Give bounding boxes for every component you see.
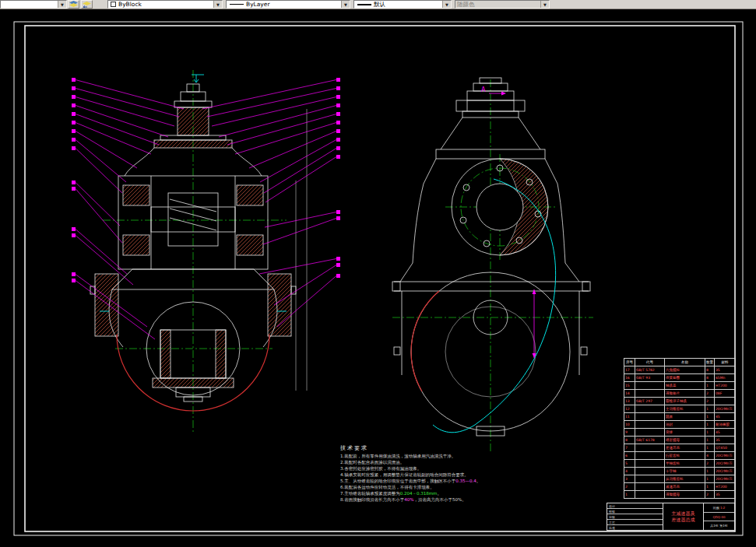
bearing-bore-circle [476,184,523,230]
plotstyle-dropdown: 随颜色 ▼ [455,0,550,9]
right-view: A [392,78,593,453]
tech-item: 7.主动锥齿轮轴承预紧度调整为0.204－0.318mm。 [340,490,540,496]
signature-row: 批准 [607,525,663,530]
color-dropdown[interactable]: ByBlock ▼ [107,0,223,9]
parts-list-header: 序号代号名称数量材料 [624,359,736,366]
parts-list-row: 11隔套145 [624,413,736,421]
chevron-down-icon[interactable]: ▼ [442,1,451,8]
cad-application: { "toolbar": { "layer_value": "", "color… [0,0,756,547]
housing-outline [392,78,590,436]
tech-item: 4.轴承安装时应预紧，用调整垫片保证齿轮副的啮合间隙符合要求。 [340,472,540,478]
lineweight-dropdown-value: 默认 [374,1,385,9]
tech-item: 2.装配时各配合表面涂以润滑油。 [340,459,540,465]
parts-list-row: 17GB/T 5782六角螺栓835 [624,366,736,374]
parts-list-row: 13GB/T 297圆锥滚子轴承2 [624,398,736,405]
parts-list-header-cell: 名称 [665,359,705,366]
tech-item: 5.主、从动锥齿轮的啮合印痕应位于齿面中部，接触区不小于0.35—0.4。 [340,478,540,484]
chevron-down-icon: ▼ [540,1,549,8]
parts-list-row: 8GB/T 6178槽形螺母135 [624,437,736,444]
parts-list-row: 2减速器壳1HT200 [624,483,736,491]
lineweight-sample-icon [357,4,371,5]
signature-row: 设计 [607,503,663,509]
parts-list-header-cell: 代号 [635,359,665,366]
scale-cell: 比例 1:2 [704,503,734,513]
parts-list-row: 9突缘145 [624,429,736,437]
parts-list-table: 序号代号名称数量材料 17GB/T 5782六角螺栓83516GB/T 93弹簧… [624,358,736,499]
linetype-dropdown-value: ByLayer [246,1,270,8]
rim-red-arc [411,291,439,391]
parts-list-header-cell: 材料 [715,359,736,366]
lineweight-dropdown[interactable]: 默认 ▼ [353,0,452,9]
tech-item: 3.各密封处应涂密封胶，不得有漏油现象。 [340,465,540,472]
parts-list-row: 16GB/T 93弹簧垫圈865Mn [624,374,736,382]
parts-list-row: 5半轴齿轮220CrMnTi [624,460,736,468]
chevron-down-icon[interactable]: ▼ [213,1,222,8]
signature-row: 工艺 [607,520,663,525]
left-view-section [72,70,340,434]
linetype-dropdown[interactable]: ByLayer ▼ [226,0,350,9]
chevron-down-icon[interactable]: ▼ [341,1,350,8]
parts-list-row: 7差速器壳1QT450 [624,444,736,452]
layers-icon [69,1,78,8]
parts-list-row: 3从动锥齿轮120CrMnTi [624,475,736,483]
sheet-cell: 共1张 第1张 [704,521,734,530]
title-block: 设计校核审核工艺批准 主减速器及 差速器总成 比例 1:2 QDQ-00 共1张… [607,503,735,531]
parts-list-row: 12主动锥齿轮120CrMnTi [624,405,736,413]
title-block-part-name: 主减速器及 差速器总成 [663,503,704,530]
signature-row: 校核 [607,509,663,514]
parts-list-row: 15轴承盖1HT200 [624,382,736,390]
technical-requirements: 技术要求 1.装配前，所有零件用煤油清洗，滚动轴承用汽油清洗干净。 2.装配时各… [340,444,540,503]
layer-previous-icon [83,1,91,8]
make-object-layer-current-button[interactable] [68,0,79,9]
hatched-sections [95,107,291,387]
title-block-signature-rows: 设计校核审核工艺批准 [607,503,663,530]
chevron-down-icon[interactable]: ▼ [58,1,66,8]
parts-list-row: 6行星齿轮420CrMnTi [624,452,736,460]
parts-list-row: 10油封1耐油橡胶 [624,421,736,429]
layer-previous-button[interactable] [81,0,93,9]
section-label: A [481,86,486,93]
tech-item: 1.装配前，所有零件用煤油清洗，滚动轴承用汽油清洗干净。 [340,453,540,459]
color-swatch-icon [111,2,116,7]
color-dropdown-value: ByBlock [118,1,142,8]
parts-list-row: 4十字轴120CrMnTi [624,468,736,475]
plotstyle-dropdown-value: 随颜色 [457,1,475,9]
signature-row: 审核 [607,514,663,520]
linetype-sample-icon [230,4,244,5]
layer-dropdown[interactable]: ▼ [0,0,67,9]
technical-requirements-title: 技术要求 [340,444,540,452]
parts-list-header-cell: 数量 [705,359,715,366]
parts-list-row: 1调整螺母235 [624,491,736,499]
drawing-number-cell: QDQ-00 [704,513,734,522]
parts-list-row: 14调整垫片208F [624,390,736,398]
properties-toolbar: ▼ ByBlock ▼ ByLayer ▼ 默认 ▼ 随颜色 ▼ [0,0,756,9]
title-block-info: 比例 1:2 QDQ-00 共1张 第1张 [704,503,734,530]
tech-item: 8.齿面接触印痕沿齿长方向不小于40%，沿齿高方向不小于50%。 [340,496,540,503]
parts-list-header-cell: 序号 [624,359,635,366]
tech-item: 6.装配后各运动件应转动灵活，不得有卡滞现象。 [340,484,540,490]
